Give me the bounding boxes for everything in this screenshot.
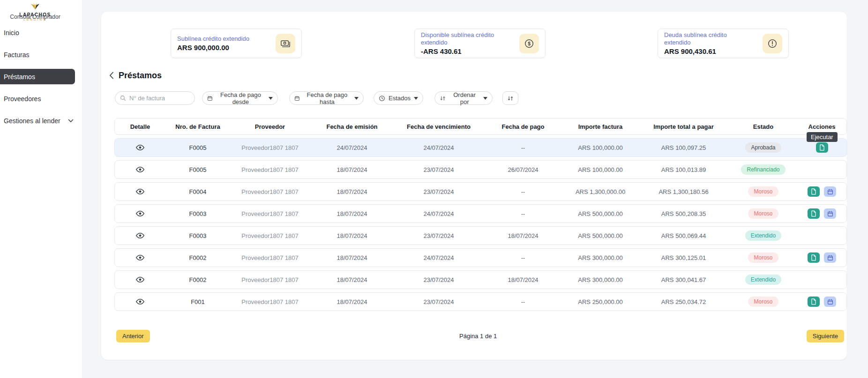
column-header-emision: Fecha de emisión xyxy=(310,123,394,130)
total-amount: ARS 300,041.67 xyxy=(638,276,729,283)
status-cell: Refinanciado xyxy=(729,164,797,175)
due-date: 24/07/2024 xyxy=(394,144,483,151)
eye-icon xyxy=(136,166,144,173)
view-detail-button[interactable] xyxy=(135,209,145,218)
extend-loan-button[interactable] xyxy=(824,252,836,263)
dollar-coin-icon: $ xyxy=(524,38,534,49)
due-date: 24/07/2024 xyxy=(394,210,483,217)
invoice-number: F0002 xyxy=(165,276,230,283)
due-date: 24/07/2024 xyxy=(394,254,483,261)
total-amount: ARS 1,300,180.56 xyxy=(638,188,729,195)
table-row: F0002 Proveedor1807 1807 18/07/2024 23/0… xyxy=(114,270,847,289)
svg-text:$: $ xyxy=(528,41,531,46)
sidebar-item-gestiones-al-lender[interactable]: Gestiones al lender xyxy=(0,113,82,128)
sidebar-item-proveedores[interactable]: Proveedores xyxy=(0,91,75,106)
card-title: Deuda sublínea crédito extendido xyxy=(664,31,753,47)
detail-cell xyxy=(115,187,165,196)
execute-loan-button[interactable] xyxy=(808,252,820,263)
filter-bar: Fecha de pago desde Fecha de pago hasta … xyxy=(101,91,847,105)
payment-date: 18/07/2024 xyxy=(483,232,563,239)
execute-loan-button[interactable] xyxy=(808,296,820,307)
status-cell: Extendido xyxy=(729,274,797,285)
previous-page-button[interactable]: Anterior xyxy=(116,330,150,342)
execute-loan-button[interactable] xyxy=(808,186,820,197)
view-detail-button[interactable] xyxy=(135,187,145,196)
card-icon-box xyxy=(763,34,782,53)
table-row: F0005 Proveedor1807 1807 24/07/2024 24/0… xyxy=(114,138,847,157)
table-row: F0005 Proveedor1807 1807 18/07/2024 23/0… xyxy=(114,160,847,179)
sort-by-label: Ordenar por xyxy=(449,91,480,105)
detail-cell xyxy=(115,231,165,240)
eye-icon xyxy=(136,210,144,217)
table-row: F0002 Proveedor1807 1807 18/07/2024 24/0… xyxy=(114,248,847,267)
states-filter[interactable]: Estados xyxy=(374,91,423,105)
invoice-search-field[interactable] xyxy=(115,91,195,105)
column-header-pago: Fecha de pago xyxy=(483,123,563,130)
status-cell: Moroso xyxy=(729,252,797,263)
due-date: 23/07/2024 xyxy=(394,166,483,173)
payment-date: 26/07/2024 xyxy=(483,166,563,173)
status-cell: Moroso xyxy=(729,186,797,197)
calendar-icon xyxy=(827,189,833,195)
sidebar-item-label: Inicio xyxy=(4,29,19,37)
detail-cell xyxy=(115,209,165,218)
table-row: F0004 Proveedor1807 1807 18/07/2024 23/0… xyxy=(114,182,847,201)
extend-loan-button[interactable] xyxy=(824,208,836,219)
column-header-estado: Estado xyxy=(729,123,797,130)
row-actions xyxy=(797,142,846,153)
sort-icon xyxy=(440,95,446,102)
calendar-icon xyxy=(294,95,300,102)
view-detail-button[interactable] xyxy=(135,275,145,284)
eye-icon xyxy=(136,298,144,305)
status-cell: Aprobada xyxy=(729,142,797,153)
view-detail-button[interactable] xyxy=(135,143,145,152)
status-cell: Moroso xyxy=(729,208,797,219)
execute-loan-button[interactable] xyxy=(808,208,820,219)
invoice-number: F0002 xyxy=(165,254,230,261)
sidebar-item-prestamos[interactable]: Préstamos xyxy=(0,69,75,84)
view-detail-button[interactable] xyxy=(135,165,145,174)
search-input[interactable] xyxy=(129,95,190,102)
extend-loan-button[interactable] xyxy=(824,296,836,307)
calendar-icon xyxy=(827,299,833,305)
view-detail-button[interactable] xyxy=(135,231,145,240)
date-from-filter[interactable]: Fecha de pago desde xyxy=(202,91,278,105)
due-date: 23/07/2024 xyxy=(394,188,483,195)
payment-date: -- xyxy=(483,144,563,151)
card-value: ARS 900,430.61 xyxy=(664,47,753,55)
due-date: 23/07/2024 xyxy=(394,232,483,239)
status-cell: Moroso xyxy=(729,296,797,307)
sort-direction-toggle[interactable] xyxy=(502,91,518,105)
column-header-detalle: Detalle xyxy=(115,123,165,130)
due-date: 23/07/2024 xyxy=(394,298,483,305)
sidebar-item-facturas[interactable]: Facturas xyxy=(0,47,75,62)
issue-date: 24/07/2024 xyxy=(310,144,394,151)
column-header-vencimiento: Fecha de vencimiento xyxy=(394,123,483,130)
lapachos-logo-icon xyxy=(29,2,41,10)
document-icon xyxy=(811,210,816,217)
invoice-number: F0005 xyxy=(165,166,230,173)
date-to-filter[interactable]: Fecha de pago hasta xyxy=(289,91,364,105)
status-badge: Aprobada xyxy=(745,142,781,153)
provider-name: Proveedor1807 1807 xyxy=(230,166,310,173)
card-icon-box xyxy=(276,34,295,53)
payment-date: -- xyxy=(483,188,563,195)
issue-date: 18/07/2024 xyxy=(310,210,394,217)
status-badge: Moroso xyxy=(748,186,778,197)
detail-cell xyxy=(115,143,165,152)
provider-name: Proveedor1807 1807 xyxy=(230,298,310,305)
total-amount: ARS 100,013.89 xyxy=(638,166,729,173)
execute-loan-button[interactable] xyxy=(816,142,828,153)
sidebar-item-inicio[interactable]: Inicio xyxy=(0,25,75,40)
extend-loan-button[interactable] xyxy=(824,186,836,197)
console-label: Consola Comprador xyxy=(0,14,70,20)
provider-name: Proveedor1807 1807 xyxy=(230,276,310,283)
next-page-button[interactable]: Siguiente xyxy=(807,330,844,342)
back-button[interactable] xyxy=(109,72,114,79)
view-detail-button[interactable] xyxy=(135,253,145,262)
invoice-amount: ARS 100,000.00 xyxy=(563,166,638,173)
calendar-icon xyxy=(827,255,833,261)
sort-by-filter[interactable]: Ordenar por xyxy=(434,91,493,105)
status-badge: Moroso xyxy=(748,208,778,219)
view-detail-button[interactable] xyxy=(135,297,145,306)
